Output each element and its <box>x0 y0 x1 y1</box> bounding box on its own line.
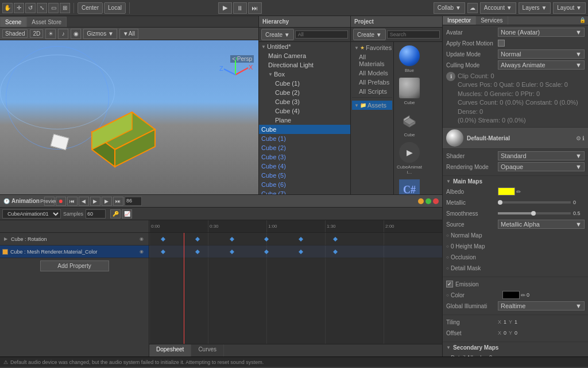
local-btn[interactable]: Local <box>104 2 126 14</box>
hierarchy-item-main-camera[interactable]: Main Camera <box>259 51 350 60</box>
anim-preview-btn[interactable]: Preview <box>44 197 55 206</box>
scene-view[interactable]: < Persp X Y Z <box>0 40 258 194</box>
hierarchy-item-cube2[interactable]: Cube (2) <box>259 88 350 97</box>
all-models-folder[interactable]: All Models <box>352 68 392 78</box>
vr-icon[interactable]: ◉ <box>71 29 81 39</box>
hierarchy-item-dir-light[interactable]: Directional Light <box>259 60 350 70</box>
scale-tool[interactable]: ⤡ <box>37 3 47 13</box>
layers-btn[interactable]: Layers ▼ <box>519 2 551 14</box>
2d-btn[interactable]: 2D <box>30 29 43 38</box>
scene-cube[interactable] <box>69 86 172 179</box>
curves-tab[interactable]: Curves <box>191 344 224 356</box>
step-btn[interactable]: ⏭ <box>248 2 262 14</box>
hierarchy-item-cube7b[interactable]: Cube (7) <box>259 189 350 194</box>
project-search[interactable] <box>387 30 440 39</box>
anim-prev-btn[interactable]: ◀ <box>79 197 89 206</box>
hierarchy-item-cube3b[interactable]: Cube (3) <box>259 152 350 162</box>
culling-mode-dropdown[interactable]: Always Animate ▼ <box>498 60 585 70</box>
hierarchy-item-cube3[interactable]: Cube (3) <box>259 97 350 106</box>
hierarchy-item-cube6b[interactable]: Cube (6) <box>259 180 350 189</box>
hand-tool[interactable]: ✋ <box>2 3 13 13</box>
favorites-folder[interactable]: ▼ ★ Favorites <box>352 43 392 52</box>
eyedropper-icon2[interactable]: ✏ <box>521 292 525 298</box>
asset-store-tab[interactable]: Asset Store <box>26 17 67 27</box>
maximize-icon[interactable] <box>425 198 431 204</box>
info-icon2[interactable]: ℹ <box>582 135 585 141</box>
shader-dropdown[interactable]: Standard ▼ <box>498 151 585 160</box>
all-btn[interactable]: ▼All <box>119 29 138 39</box>
add-property-btn[interactable]: Add Property <box>40 260 109 271</box>
hierarchy-item-plane[interactable]: Plane <box>259 116 350 125</box>
rect-tool[interactable]: ▭ <box>48 3 59 13</box>
anim-frame-input[interactable]: 86 <box>125 197 142 206</box>
emission-color[interactable] <box>502 291 520 299</box>
project-create-btn[interactable]: Create ▼ <box>353 29 386 40</box>
assets-folder[interactable]: ▼ 📁 Assets <box>352 101 392 110</box>
all-materials-folder[interactable]: All Materials <box>352 52 392 68</box>
secondary-maps-header[interactable]: ▼ Secondary Maps <box>446 344 585 351</box>
eyedropper-icon[interactable]: ✏ <box>516 189 521 195</box>
anim-next-btn[interactable]: ▶ <box>102 197 112 206</box>
timeline-tracks[interactable] <box>149 233 442 344</box>
inspector-tab[interactable]: Inspector <box>443 16 476 25</box>
light-icon[interactable]: ☀ <box>45 29 56 39</box>
services-tab[interactable]: Services <box>476 16 508 25</box>
asset-dropcube[interactable]: C# DropCube <box>395 177 424 194</box>
hierarchy-item-cube-selected[interactable]: Cube <box>259 125 350 134</box>
hierarchy-item-cube2b[interactable]: Cube (2) <box>259 143 350 152</box>
source-dropdown[interactable]: Metallic Alpha ▼ <box>498 220 585 229</box>
clip-select[interactable]: CubeAnimation01 <box>2 209 61 218</box>
account-btn[interactable]: Account ▼ <box>480 2 516 14</box>
anim-record-btn[interactable]: ⏺ <box>56 197 66 206</box>
hierarchy-item-box[interactable]: ▼ Box <box>259 70 350 79</box>
anim-play-btn[interactable]: ▶ <box>90 197 100 206</box>
pause-btn[interactable]: ⏸ <box>233 2 247 14</box>
scene-tab[interactable]: Scene <box>0 17 26 27</box>
anim-track-color[interactable]: Cube : Mesh Renderer.Material_Color ◉ <box>0 246 149 258</box>
close-icon[interactable] <box>433 198 439 204</box>
audio-icon[interactable]: ♪ <box>58 29 68 39</box>
smoothness-handle[interactable] <box>531 211 536 216</box>
rotate-tool[interactable]: ↺ <box>25 3 36 13</box>
all-scripts-folder[interactable]: All Scripts <box>352 87 392 96</box>
asset-blue[interactable]: Blue <box>395 43 424 74</box>
hierarchy-search[interactable] <box>295 30 348 39</box>
cloud-icon[interactable]: ☁ <box>467 3 478 13</box>
anim-last-btn[interactable]: ⏭ <box>113 197 123 206</box>
main-maps-header[interactable]: ▼ Main Maps <box>446 178 585 185</box>
all-prefabs-folder[interactable]: All Prefabs <box>352 78 392 87</box>
anim-key-btn[interactable]: 🔑 <box>110 209 121 218</box>
hierarchy-item-untitled[interactable]: ▼ Untitled* <box>259 42 350 51</box>
anim-first-btn[interactable]: ⏮ <box>67 197 78 206</box>
avatar-dropdown[interactable]: None (Avatar) ▼ <box>498 28 585 37</box>
anim-track-rotation[interactable]: ▶ Cube : Rotation ◉ <box>0 233 149 246</box>
hierarchy-item-cube5b[interactable]: Cube (5) <box>259 171 350 180</box>
move-tool[interactable]: ✛ <box>14 3 24 13</box>
minimize-icon[interactable] <box>418 198 424 204</box>
samples-input[interactable] <box>86 209 106 218</box>
multi-tool[interactable]: ⊞ <box>60 3 70 13</box>
smoothness-slider[interactable] <box>498 212 571 214</box>
play-btn[interactable]: ▶ <box>218 2 232 14</box>
asset-cube-mat[interactable]: Cube <box>395 75 424 106</box>
metallic-handle[interactable] <box>498 200 502 205</box>
apply-root-checkbox[interactable] <box>498 40 505 47</box>
update-mode-dropdown[interactable]: Normal ▼ <box>498 49 585 59</box>
shaded-btn[interactable]: Shaded <box>2 29 28 38</box>
inspector-lock[interactable]: 🔒 <box>577 16 588 25</box>
hierarchy-create-btn[interactable]: Create ▼ <box>261 29 294 40</box>
dopesheet-tab[interactable]: Dopesheet <box>149 344 191 356</box>
emission-checkbox[interactable] <box>446 281 453 288</box>
center-btn[interactable]: Center <box>78 2 103 14</box>
hierarchy-item-cube4b[interactable]: Cube (4) <box>259 162 350 171</box>
rendering-mode-dropdown[interactable]: Opaque ▼ <box>498 162 585 171</box>
layout-btn[interactable]: Layout ▼ <box>553 2 586 14</box>
albedo-color[interactable] <box>498 187 515 195</box>
asset-cube-mesh[interactable]: Cube <box>395 108 424 139</box>
hierarchy-item-cube1b[interactable]: Cube (1) <box>259 134 350 143</box>
collab-btn[interactable]: Collab ▼ <box>434 2 465 14</box>
anim-curve-btn[interactable]: 📈 <box>122 209 132 218</box>
metallic-slider[interactable] <box>498 201 571 204</box>
global-illum-dropdown[interactable]: Realtime ▼ <box>498 301 585 310</box>
hierarchy-item-cube4[interactable]: Cube (4) <box>259 106 350 116</box>
